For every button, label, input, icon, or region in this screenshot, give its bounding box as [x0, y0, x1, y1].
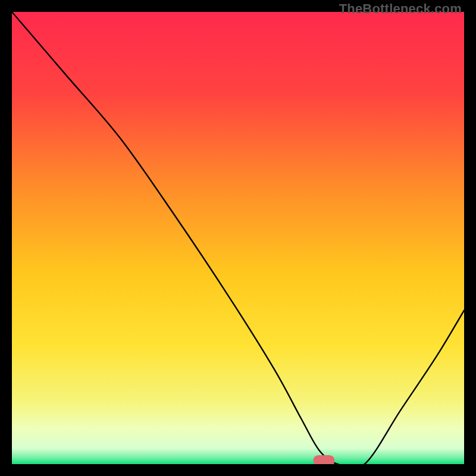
chart-frame	[12, 12, 464, 464]
optimum-marker	[313, 455, 334, 464]
bottleneck-chart	[12, 12, 464, 464]
gradient-background	[12, 12, 464, 464]
attribution-text: TheBottleneck.com	[339, 1, 462, 17]
